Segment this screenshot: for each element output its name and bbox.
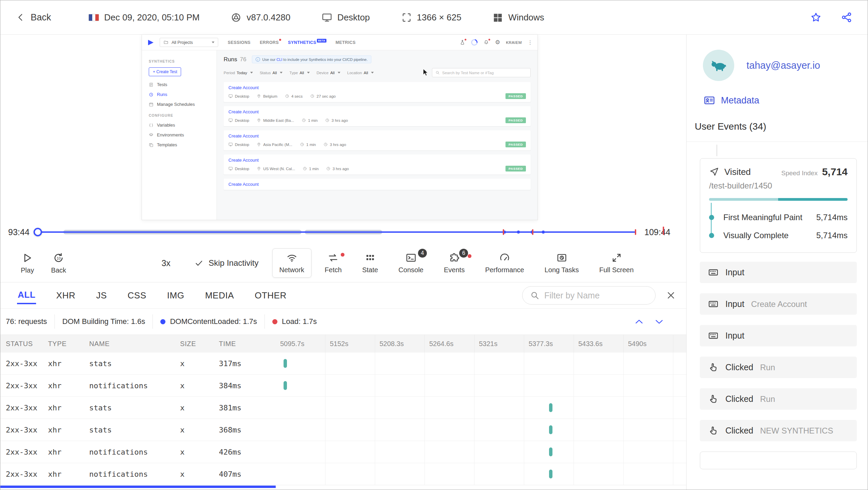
skip-inactivity-label: Skip Inactivity <box>209 258 259 268</box>
filter-label: Location <box>347 71 362 75</box>
network-request-row[interactable]: 2xx-3xx xhr stats x 368ms <box>0 419 686 441</box>
col-header-status: STATUS <box>0 340 48 348</box>
share-icon[interactable] <box>841 12 852 23</box>
network-tab-other[interactable]: OTHER <box>254 288 287 304</box>
long-tasks-panel-button[interactable]: Long Tasks <box>537 248 586 278</box>
network-tab-xhr[interactable]: XHR <box>55 288 76 304</box>
full-screen-label: Full Screen <box>599 266 633 274</box>
console-panel-button[interactable]: Console 4 <box>391 248 431 278</box>
timeline-event-dot[interactable] <box>542 231 545 234</box>
run-row: Create Account Desktop Middle East (Ba..… <box>224 106 531 126</box>
run-device: Desktop <box>228 118 249 122</box>
sidebar-item-variables: Variables <box>142 120 216 130</box>
filter-label: Period <box>224 71 235 75</box>
network-tab-js[interactable]: JS <box>95 288 107 304</box>
console-label: Console <box>399 266 423 274</box>
horizontal-scrollbar[interactable] <box>0 486 276 488</box>
chevron-down-icon <box>338 72 340 74</box>
request-type: xhr <box>48 448 89 456</box>
network-tab-all[interactable]: ALL <box>17 287 36 304</box>
speed-index-label: Speed Index <box>781 169 818 177</box>
performance-panel-button[interactable]: Performance <box>478 248 531 278</box>
favorite-star-icon[interactable] <box>810 12 822 23</box>
network-tab-media[interactable]: MEDIA <box>204 288 235 304</box>
close-panel-button[interactable] <box>666 290 676 300</box>
run-name-link: Create Account <box>228 109 526 114</box>
chevron-down-icon[interactable] <box>654 316 664 327</box>
metric-dot-icon <box>709 233 714 238</box>
timeline-error-marker[interactable] <box>635 229 636 235</box>
user-event-item[interactable]: Input <box>700 262 857 283</box>
user-event-item[interactable]: Clicked NEW SYNTHETICS <box>700 420 857 441</box>
replay-column: All Projects SESSIONS ERRORS SYNTHETICSB… <box>0 35 687 490</box>
network-request-row[interactable]: 2xx-3xx xhr notifications x 407ms <box>0 463 686 485</box>
timeline-error-marker[interactable] <box>532 229 533 235</box>
current-time-label: 93:44 <box>8 227 30 237</box>
events-panel-button[interactable]: Events 6 <box>437 248 472 278</box>
back-button[interactable]: Back <box>16 12 51 23</box>
pointer-icon <box>708 362 719 373</box>
metric-value: 5,714ms <box>816 231 848 240</box>
network-filter-box[interactable] <box>522 286 656 305</box>
run-name-link: Create Account <box>228 158 526 163</box>
replay-viewport[interactable]: All Projects SESSIONS ERRORS SYNTHETICSB… <box>142 35 538 220</box>
state-panel-button[interactable]: State <box>355 248 385 278</box>
jump-navigation <box>634 316 664 327</box>
request-type: xhr <box>48 359 89 368</box>
datetime-label: Dec 09, 2020, 05:10 PM <box>104 12 199 23</box>
run-device: Desktop <box>228 166 249 171</box>
network-tab-img[interactable]: IMG <box>166 288 185 304</box>
event-detail: NEW SYNTHETICS <box>760 426 833 436</box>
recorded-app-logo-icon <box>147 38 155 47</box>
runs-filter-dropdown: Type All <box>289 71 310 75</box>
request-type: xhr <box>48 426 89 434</box>
user-panel: tahay@asayer.io Metadata User Events (34… <box>687 35 868 490</box>
fetch-panel-button[interactable]: Fetch <box>318 248 349 278</box>
request-status: 2xx-3xx <box>0 448 48 456</box>
filter-value: All <box>364 71 368 75</box>
chevron-up-icon[interactable] <box>634 316 644 327</box>
network-panel-button[interactable]: Network <box>272 248 311 278</box>
timeline-event-dot[interactable] <box>517 231 520 234</box>
network-request-row[interactable]: 2xx-3xx xhr stats x 317ms <box>0 353 686 375</box>
speed-toggle[interactable]: 3x <box>161 258 170 268</box>
resolution-brackets-icon <box>401 12 412 23</box>
network-request-row[interactable]: 2xx-3xx xhr notifications x 384ms <box>0 375 686 397</box>
request-timing-tick <box>284 359 287 368</box>
timeline-playhead[interactable] <box>33 228 42 236</box>
user-event-item[interactable]: Clicked Run <box>700 388 857 410</box>
network-tab-css[interactable]: CSS <box>127 288 147 304</box>
gear-icon: ⚙ <box>495 39 500 45</box>
visited-event-card[interactable]: Visited Speed Index 5,714 /test-builder/… <box>700 158 857 253</box>
load-time: Load: 1.7s <box>265 317 324 326</box>
metadata-button[interactable]: Metadata <box>687 81 868 106</box>
user-event-item[interactable]: Input <box>700 325 857 346</box>
sidebar-item-tests: Tests <box>142 80 216 89</box>
gauge-icon <box>499 252 510 263</box>
network-filter-input[interactable] <box>544 291 648 300</box>
request-time: 368ms <box>219 426 270 434</box>
col-header-time: TIME <box>219 340 270 348</box>
metric-label: First Meaningful Paint <box>723 213 802 222</box>
timeline-progress-line <box>38 231 636 233</box>
map-pin-icon <box>257 142 261 147</box>
clock-icon <box>325 118 329 122</box>
runs-search-box <box>432 68 531 77</box>
waterfall-time-header: 5433.6s <box>578 340 602 348</box>
full-screen-button[interactable]: Full Screen <box>592 248 641 278</box>
play-button[interactable]: Play <box>21 252 34 274</box>
timeline-error-marker[interactable] <box>503 229 504 235</box>
timeline-track[interactable] <box>38 227 636 237</box>
skip-inactivity-toggle[interactable]: Skip Inactivity <box>194 258 259 268</box>
request-waterfall <box>276 375 686 396</box>
check-icon <box>194 259 204 268</box>
network-request-row[interactable]: 2xx-3xx xhr notifications x 426ms <box>0 441 686 463</box>
sidebar-item-runs: Runs <box>142 89 216 99</box>
user-event-item[interactable]: Clicked Run <box>700 357 857 378</box>
recorded-nav-actions: ⚙ KRAIEM ⋮ <box>460 39 533 46</box>
network-request-row[interactable]: 2xx-3xx xhr stats x 381ms <box>0 397 686 419</box>
next-event-card-partial <box>700 452 857 469</box>
user-event-item[interactable]: Input Create Account <box>700 293 857 315</box>
back-10s-button[interactable]: 10 Back <box>51 252 66 274</box>
fetch-arrows-icon <box>327 252 339 263</box>
